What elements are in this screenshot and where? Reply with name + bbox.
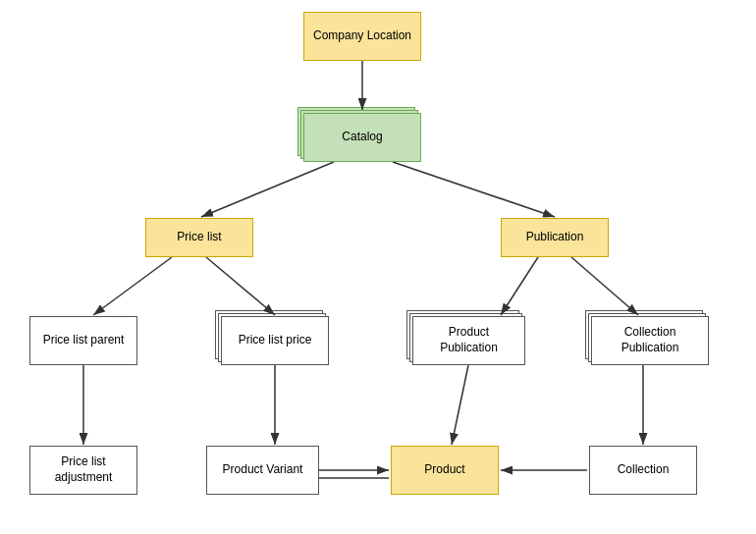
- product-node: Product: [391, 446, 499, 495]
- price-list-parent-node: Price list parent: [29, 316, 137, 365]
- svg-line-11: [452, 365, 468, 445]
- product-publication-node: Product Publication: [412, 316, 525, 365]
- svg-line-3: [201, 162, 334, 217]
- publication-node: Publication: [501, 218, 609, 257]
- svg-line-8: [571, 257, 638, 315]
- collection-publication-node: Collection Publication: [591, 316, 709, 365]
- product-variant-node: Product Variant: [206, 446, 319, 495]
- svg-line-6: [206, 257, 275, 315]
- catalog-node: Catalog: [303, 113, 421, 162]
- svg-line-4: [393, 162, 555, 217]
- price-list-adjustment-node: Price list adjustment: [29, 446, 137, 495]
- collection-node: Collection: [589, 446, 697, 495]
- price-list-price-node: Price list price: [221, 316, 329, 365]
- price-list-node: Price list: [145, 218, 253, 257]
- company-location-node: Company Location: [303, 12, 421, 61]
- diagram: Company Location Catalog Price list Publ…: [0, 0, 756, 534]
- svg-line-5: [93, 257, 172, 315]
- svg-line-7: [501, 257, 538, 315]
